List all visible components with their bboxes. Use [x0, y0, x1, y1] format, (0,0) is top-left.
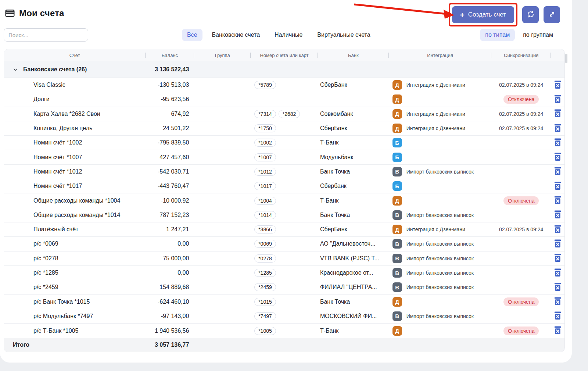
table-row[interactable]: р/с *2459154 889,68*2459ФИЛИАЛ "ЦЕНТРА..… [4, 280, 564, 295]
integration-badge: Б [392, 138, 402, 147]
account-balance: 154 889,68 [146, 284, 194, 290]
search-input[interactable] [4, 28, 88, 42]
delete-account-button[interactable] [553, 267, 562, 279]
delete-account-button[interactable] [553, 224, 562, 235]
integration-badge: Д [392, 326, 402, 336]
chevron-down-icon[interactable] [13, 67, 18, 72]
account-name: р/с *2459 [4, 284, 146, 290]
sync-date: 02.07.2025 в 09:24 [491, 82, 551, 88]
bank-name: VTB BANK (PJSC) Т... [318, 255, 389, 262]
delete-account-button[interactable] [553, 253, 562, 264]
delete-account-button[interactable] [553, 94, 562, 105]
card-number-pill: *7314 [254, 110, 276, 118]
table-row[interactable]: Платёжный счёт1 247,21*3866СберБанкДИнте… [4, 222, 564, 237]
bank-name: Сбербанк [318, 183, 389, 189]
view-tab-по-типам[interactable]: по типам [480, 29, 515, 41]
table-row[interactable]: Копилка, Другая цель24 501,22*1750СберБа… [4, 121, 564, 136]
column-header[interactable]: Интеграция [389, 49, 492, 61]
delete-account-button[interactable] [553, 151, 562, 163]
refresh-button[interactable] [522, 6, 539, 23]
delete-account-button[interactable] [553, 166, 562, 177]
table-row[interactable]: р/с *12850,00*1285Краснодарское от...ВИм… [4, 266, 564, 280]
table-row[interactable]: Visa Classic-130 513,03*5789СберБанкДИнт… [4, 78, 564, 92]
table-row[interactable]: р/с Т-Банк *10051 940 536,56*1005Т-БанкД… [4, 324, 564, 338]
expand-button[interactable] [544, 6, 560, 23]
delete-account-button[interactable] [553, 137, 562, 149]
delete-account-button[interactable] [553, 108, 562, 119]
delete-account-button[interactable] [553, 181, 562, 192]
bank-name: МОСКОВСКИЙ ФИ... [318, 313, 389, 320]
view-tab-по-группам[interactable]: по группам [518, 29, 558, 41]
scrollbar-thumb[interactable] [565, 54, 567, 63]
account-name: Общие расходы команды *1014 [4, 212, 146, 218]
table-row[interactable]: р/с *027875 000,00*0278VTB BANK (PJSC) Т… [4, 252, 564, 266]
delete-account-button[interactable] [553, 209, 562, 221]
table-row[interactable]: Общие расходы команды *1004-10 000,92*10… [4, 193, 564, 208]
tab-все[interactable]: Все [182, 29, 202, 41]
account-balance: -10 000,92 [146, 197, 194, 204]
bank-name: Банк Точка [318, 212, 389, 218]
tab-виртуальные-счета[interactable]: Виртуальные счета [312, 29, 375, 41]
refresh-icon [527, 10, 535, 19]
account-name: Visa Classic [4, 82, 146, 88]
tab-банковские-счета[interactable]: Банковские счета [207, 29, 265, 41]
integration-badge: В [392, 210, 402, 220]
delete-account-button[interactable] [553, 282, 562, 293]
trash-icon [554, 297, 562, 307]
column-header[interactable]: Номер счета или карт [251, 49, 318, 61]
trash-icon [554, 282, 562, 292]
delete-account-button[interactable] [553, 296, 562, 307]
integration-badge: Д [392, 80, 402, 90]
account-balance: -95 623,56 [146, 96, 194, 103]
integration-label: Импорт банковских выписок [406, 241, 474, 247]
column-header[interactable]: Баланс [146, 49, 194, 61]
view-mode-tabs: по типампо группам [480, 29, 558, 41]
trash-icon [554, 268, 562, 278]
panel-header: Мои счета [5, 8, 64, 18]
column-header[interactable]: Банк [318, 49, 389, 61]
group-row-bank-accounts[interactable]: Банковские счета (26) 3 136 522,43 [4, 61, 564, 78]
table-row[interactable]: Долги-95 623,56ДОтключена [4, 92, 564, 107]
delete-account-button[interactable] [553, 79, 562, 91]
expand-icon [548, 11, 556, 19]
integration-label: Импорт банковских выписок [406, 212, 474, 218]
create-account-button[interactable]: + Создать счет [452, 6, 514, 23]
table-row[interactable]: Номин счёт *1012-542 030,71*1012Банк Точ… [4, 165, 564, 179]
column-header[interactable]: Счет [4, 49, 146, 61]
account-balance: 0,00 [146, 270, 194, 276]
integration-label: Импорт банковских выписок [406, 270, 474, 276]
column-header[interactable]: Группа [194, 49, 251, 61]
column-header[interactable]: Синхронизация [491, 49, 551, 61]
delete-account-button[interactable] [553, 310, 562, 322]
integration-badge: В [392, 239, 402, 249]
table-row[interactable]: р/с Банк Точка *1015-624 460,10*1015Банк… [4, 295, 564, 309]
page-title: Мои счета [19, 8, 64, 18]
delete-account-button[interactable] [553, 123, 562, 134]
sync-date: 02.07.2025 в 09:24 [491, 226, 551, 232]
account-balance: -443 760,47 [146, 183, 194, 189]
delete-account-button[interactable] [553, 325, 562, 336]
table-row[interactable]: Номин счёт *1002-795 839,50*1002Т-БанкБ [4, 136, 564, 150]
trash-icon [554, 311, 562, 321]
plus-icon: + [460, 11, 465, 19]
total-row: Итого 3 057 136,77 [4, 338, 564, 352]
integration-label: Интеграция с Дзен-мани [406, 125, 465, 131]
account-name: Платёжный счёт [4, 226, 146, 233]
card-number-pill: *1004 [254, 197, 276, 205]
table-row[interactable]: Номин счёт *1007427 457,60*1007Модульбан… [4, 150, 564, 164]
table-row[interactable]: Карта Халва *2682 Свои674,92*7314*2682Со… [4, 107, 564, 121]
accounts-table: СчетБалансГруппаНомер счета или картБанк… [4, 49, 565, 352]
bank-name: Краснодарское от... [318, 270, 389, 276]
delete-account-button[interactable] [553, 238, 562, 250]
trash-icon [554, 152, 562, 162]
table-header-row: СчетБалансГруппаНомер счета или картБанк… [4, 49, 564, 61]
table-row[interactable]: Номин счёт *1017-443 760,47*1017Сбербанк… [4, 179, 564, 193]
table-row[interactable]: Общие расходы команды *1014787 152,23*10… [4, 208, 564, 222]
account-name: Общие расходы команды *1004 [4, 197, 146, 204]
table-row[interactable]: р/с *00690,00*0069АО "Дальневосточ...ВИм… [4, 237, 564, 251]
tab-наличные[interactable]: Наличные [269, 29, 308, 41]
delete-account-button[interactable] [553, 195, 562, 206]
table-row[interactable]: р/с Модульбанк *7497-97 143,00*7497МОСКО… [4, 309, 564, 324]
sync-date: 02.07.2025 в 09:24 [491, 125, 551, 131]
integration-badge: Б [392, 153, 402, 162]
